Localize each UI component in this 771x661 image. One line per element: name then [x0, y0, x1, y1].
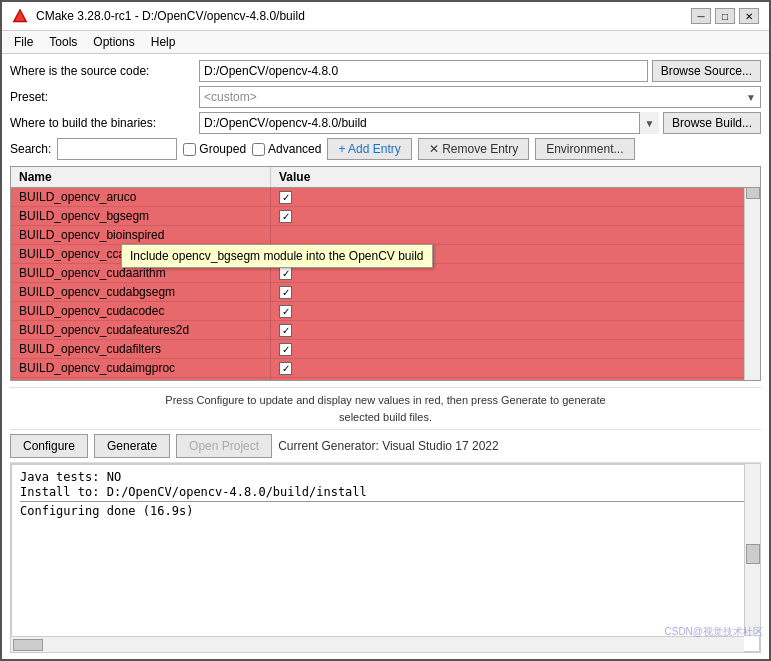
row-value-0[interactable]: ✓ [271, 188, 760, 206]
table-row[interactable]: BUILD_opencv_bioinspired Include opencv_… [11, 226, 760, 245]
row-name-7: BUILD_opencv_cudafeatures2d [11, 321, 271, 339]
window-controls: ─ □ ✕ [691, 8, 759, 24]
row-value-6[interactable]: ✓ [271, 302, 760, 320]
window-title: CMake 3.28.0-rc1 - D:/OpenCV/opencv-4.8.… [36, 9, 683, 23]
checkbox-icon-1[interactable]: ✓ [279, 210, 292, 223]
output-separator [20, 501, 751, 502]
cmake-table: Name Value BUILD_opencv_aruco ✓ BUILD_op… [10, 166, 761, 381]
build-label: Where to build the binaries: [10, 116, 195, 130]
open-project-button[interactable]: Open Project [176, 434, 272, 458]
generator-text: Current Generator: Visual Studio 17 2022 [278, 439, 499, 453]
checkbox-icon-10[interactable]: ✓ [279, 381, 292, 382]
search-label: Search: [10, 142, 51, 156]
row-name-1: BUILD_opencv_bgsegm [11, 207, 271, 225]
checkbox-icon-8[interactable]: ✓ [279, 343, 292, 356]
row-name-9: BUILD_opencv_cudaimgproc [11, 359, 271, 377]
menu-options[interactable]: Options [85, 33, 142, 51]
row-value-5[interactable]: ✓ [271, 283, 760, 301]
toolbar-row: Search: Grouped Advanced + Add Entry ✕ R… [10, 138, 761, 160]
preset-label: Preset: [10, 90, 195, 104]
table-row[interactable]: BUILD_opencv_cudabgsegm ✓ [11, 283, 760, 302]
output-hscrollbar[interactable] [11, 636, 744, 652]
grouped-checkbox[interactable] [183, 143, 196, 156]
configure-button[interactable]: Configure [10, 434, 88, 458]
checkbox-icon-9[interactable]: ✓ [279, 362, 292, 375]
col-value-header: Value [271, 167, 760, 187]
row-value-9[interactable]: ✓ [271, 359, 760, 377]
output-line-5: Configuring done (16.9s) [20, 504, 751, 518]
title-bar: CMake 3.28.0-rc1 - D:/OpenCV/opencv-4.8.… [2, 2, 769, 31]
output-scrollbar[interactable] [744, 464, 760, 636]
advanced-label: Advanced [268, 142, 321, 156]
browse-build-button[interactable]: Browse Build... [663, 112, 761, 134]
row-value-10[interactable]: ✓ [271, 378, 760, 381]
build-combo-arrow-icon[interactable]: ▼ [639, 112, 659, 134]
table-row[interactable]: BUILD_opencv_cudaimgproc ✓ [11, 359, 760, 378]
table-row[interactable]: BUILD_opencv_cudafeatures2d ✓ [11, 321, 760, 340]
output-line-0: Java tests: NO [20, 470, 751, 484]
col-name-header: Name [11, 167, 271, 187]
source-input[interactable] [199, 60, 648, 82]
row-name-8: BUILD_opencv_cudafilters [11, 340, 271, 358]
maximize-button[interactable]: □ [715, 8, 735, 24]
action-bar: Configure Generate Open Project Current … [10, 429, 761, 463]
environment-button[interactable]: Environment... [535, 138, 634, 160]
source-label: Where is the source code: [10, 64, 195, 78]
close-button[interactable]: ✕ [739, 8, 759, 24]
row-name-5: BUILD_opencv_cudabgsegm [11, 283, 271, 301]
add-entry-button[interactable]: + Add Entry [327, 138, 411, 160]
checkbox-icon-6[interactable]: ✓ [279, 305, 292, 318]
table-scrollbar[interactable] [744, 167, 760, 380]
menu-bar: File Tools Options Help [2, 31, 769, 54]
table-row[interactable]: BUILD_opencv_bgsegm ✓ [11, 207, 760, 226]
preset-value: <custom> [204, 90, 257, 104]
row-name-2: BUILD_opencv_bioinspired [11, 226, 271, 244]
menu-help[interactable]: Help [143, 33, 184, 51]
table-row[interactable]: BUILD_opencv_aruco ✓ [11, 188, 760, 207]
preset-row: Preset: <custom> ▼ [10, 86, 761, 108]
advanced-checkbox-label[interactable]: Advanced [252, 142, 321, 156]
grouped-checkbox-label[interactable]: Grouped [183, 142, 246, 156]
row-name-6: BUILD_opencv_cudacodec [11, 302, 271, 320]
remove-entry-button[interactable]: ✕ Remove Entry [418, 138, 529, 160]
table-row[interactable]: BUILD_opencv_cudaleg... ✓ [11, 378, 760, 381]
output-scroll-thumb[interactable] [746, 544, 760, 564]
table-row[interactable]: BUILD_opencv_cudacodec ✓ [11, 302, 760, 321]
menu-tools[interactable]: Tools [41, 33, 85, 51]
output-area: Java tests: NO Install to: D:/OpenCV/ope… [11, 464, 760, 652]
output-line-2: Install to: D:/OpenCV/opencv-4.8.0/build… [20, 485, 751, 499]
source-row: Where is the source code: Browse Source.… [10, 60, 761, 82]
output-hscroll-thumb[interactable] [13, 639, 43, 651]
minimize-button[interactable]: ─ [691, 8, 711, 24]
menu-file[interactable]: File [6, 33, 41, 51]
row-name-0: BUILD_opencv_aruco [11, 188, 271, 206]
cmake-logo-icon [12, 8, 28, 24]
table-row[interactable]: BUILD_opencv_cudafilters ✓ [11, 340, 760, 359]
checkbox-icon-0[interactable]: ✓ [279, 191, 292, 204]
checkbox-icon-4[interactable]: ✓ [279, 267, 292, 280]
table-header: Name Value [11, 167, 760, 188]
checkbox-icon-7[interactable]: ✓ [279, 324, 292, 337]
build-input[interactable] [199, 112, 659, 134]
preset-arrow-icon: ▼ [746, 92, 756, 103]
generate-button[interactable]: Generate [94, 434, 170, 458]
advanced-checkbox[interactable] [252, 143, 265, 156]
status-message: Press Configure to update and display ne… [10, 387, 761, 429]
row-name-10: BUILD_opencv_cudaleg... [11, 378, 271, 381]
row-value-7[interactable]: ✓ [271, 321, 760, 339]
content-area: Where is the source code: Browse Source.… [2, 54, 769, 659]
checkbox-icon-5[interactable]: ✓ [279, 286, 292, 299]
row-value-2[interactable] [271, 226, 287, 244]
browse-source-button[interactable]: Browse Source... [652, 60, 761, 82]
grouped-label: Grouped [199, 142, 246, 156]
row-value-1[interactable]: ✓ [271, 207, 760, 225]
search-input[interactable] [57, 138, 177, 160]
row-value-8[interactable]: ✓ [271, 340, 760, 358]
watermark: CSDN@视觉技术社区 [665, 625, 764, 639]
build-row: Where to build the binaries: ▼ Browse Bu… [10, 112, 761, 134]
preset-combo[interactable]: <custom> ▼ [199, 86, 761, 108]
tooltip: Include opencv_bgsegm module into the Op… [121, 244, 433, 268]
